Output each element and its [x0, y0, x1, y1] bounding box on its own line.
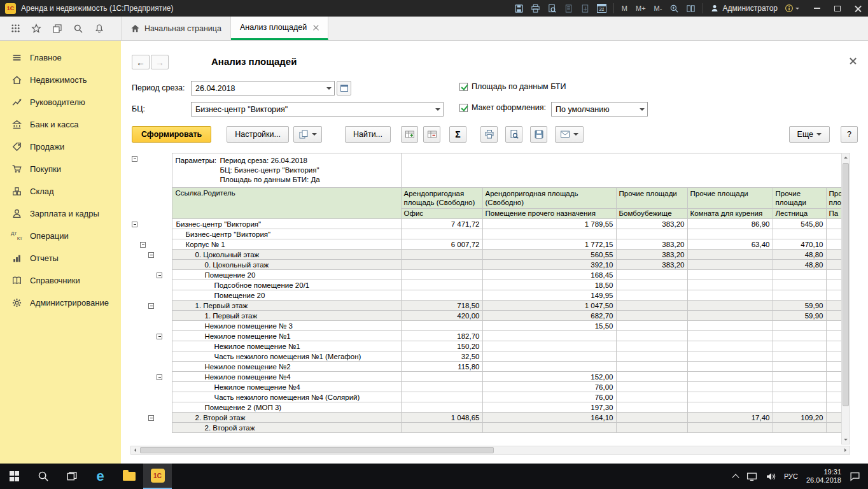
- column-group-header[interactable]: Прочие площади: [687, 188, 773, 209]
- scroll-left-arrow[interactable]: [131, 446, 139, 454]
- report-cell[interactable]: [826, 270, 841, 280]
- report-cell[interactable]: [826, 260, 841, 270]
- report-cell[interactable]: [826, 362, 841, 372]
- report-cell[interactable]: 86,90: [687, 219, 773, 229]
- report-cell[interactable]: [482, 229, 616, 239]
- report-cell[interactable]: [616, 392, 687, 402]
- back-button[interactable]: ←: [132, 55, 150, 69]
- report-cell[interactable]: [616, 321, 687, 331]
- sidebar-item-zarplata-i-kadry[interactable]: Зарплата и кадры: [0, 202, 121, 225]
- report-cell[interactable]: 1 047,50: [482, 301, 616, 311]
- report-row-label[interactable]: 1. Первый этаж: [172, 311, 401, 321]
- report-cell[interactable]: [773, 331, 826, 341]
- tab-home[interactable]: Начальная страница: [121, 17, 231, 40]
- tab-analiz-ploshchadey[interactable]: Анализ площадей: [231, 17, 328, 40]
- report-cell[interactable]: [687, 301, 773, 311]
- sidebar-item-pokupki[interactable]: Покупки: [0, 158, 121, 180]
- report-cell[interactable]: [826, 331, 841, 341]
- report-cell[interactable]: [687, 372, 773, 382]
- report-cell[interactable]: 59,90: [773, 301, 826, 311]
- report-cell[interactable]: 15,50: [482, 321, 616, 331]
- report-row-label[interactable]: Помещение 2 (МОП 3): [172, 402, 401, 413]
- report-cell[interactable]: [687, 331, 773, 341]
- report-row-label[interactable]: 2. Второй этаж: [172, 413, 401, 423]
- report-cell[interactable]: [401, 382, 482, 392]
- report-cell[interactable]: [401, 372, 482, 382]
- report-cell[interactable]: [687, 229, 773, 239]
- report-variants-button[interactable]: [293, 126, 322, 143]
- scroll-up-arrow[interactable]: [842, 153, 850, 162]
- report-row-label[interactable]: Помещение 20: [172, 290, 401, 301]
- report-cell[interactable]: 392,10: [482, 260, 616, 270]
- report-cell[interactable]: [401, 280, 482, 290]
- report-cell[interactable]: [773, 392, 826, 402]
- find-button[interactable]: Найти...: [345, 126, 391, 143]
- network-icon[interactable]: [746, 472, 757, 481]
- report-cell[interactable]: [826, 229, 841, 239]
- 1c-app-taskbar-button[interactable]: 1С: [143, 464, 172, 489]
- report-cell[interactable]: [616, 331, 687, 341]
- start-button[interactable]: [0, 464, 29, 489]
- edge-browser-button[interactable]: e: [86, 464, 115, 489]
- column-group-header[interactable]: Арендопригодная площадь (Свободно): [401, 188, 482, 209]
- report-cell[interactable]: 383,20: [616, 250, 687, 260]
- report-cell[interactable]: 48,80: [773, 260, 826, 270]
- calendar-icon[interactable]: 31: [597, 4, 606, 13]
- report-cell[interactable]: [687, 321, 773, 331]
- report-cell[interactable]: [826, 392, 841, 402]
- paste-document-icon[interactable]: [580, 4, 590, 13]
- report-cell[interactable]: 383,20: [616, 260, 687, 270]
- save-icon[interactable]: [514, 4, 524, 13]
- checkbox-checked-icon[interactable]: [459, 104, 468, 112]
- report-cell[interactable]: [773, 229, 826, 239]
- file-explorer-button[interactable]: [115, 464, 143, 489]
- report-cell[interactable]: 197,30: [482, 402, 616, 413]
- report-row-label[interactable]: Часть нежилого помещения №4 (Солярий): [172, 392, 401, 402]
- volume-icon[interactable]: [766, 472, 776, 481]
- report-cell[interactable]: 149,95: [482, 290, 616, 301]
- report-cell[interactable]: [616, 311, 687, 321]
- report-cell[interactable]: 182,70: [401, 331, 482, 341]
- report-cell[interactable]: [401, 260, 482, 270]
- report-cell[interactable]: [826, 372, 841, 382]
- expand-groups-button[interactable]: [401, 126, 418, 143]
- favorites-star-icon[interactable]: [31, 24, 41, 34]
- report-row-label[interactable]: Бизнес-центр "Виктория": [172, 219, 401, 229]
- report-cell[interactable]: [616, 229, 687, 239]
- report-cell[interactable]: [773, 351, 826, 362]
- report-cell[interactable]: [826, 423, 841, 433]
- report-row-label[interactable]: 0. Цокольный этаж: [172, 250, 401, 260]
- sidebar-item-nedvizhimost[interactable]: Недвижимость: [0, 69, 121, 91]
- generate-button[interactable]: Сформировать: [132, 126, 211, 143]
- close-button[interactable]: [848, 0, 868, 17]
- column-header[interactable]: Па: [826, 209, 841, 219]
- language-indicator[interactable]: РУС: [784, 472, 798, 480]
- sum-button[interactable]: Σ: [449, 126, 466, 143]
- info-menu-button[interactable]: [785, 4, 799, 13]
- report-cell[interactable]: [482, 351, 616, 362]
- report-cell[interactable]: [401, 321, 482, 331]
- sidebar-item-operatsii[interactable]: ДтКт Операции: [0, 225, 121, 247]
- report-cell[interactable]: [826, 351, 841, 362]
- report-cell[interactable]: 32,50: [401, 351, 482, 362]
- sidebar-item-administrirovanie[interactable]: Администрирование: [0, 292, 121, 314]
- taskbar-search-button[interactable]: [29, 464, 57, 489]
- notifications-bell-icon[interactable]: [94, 24, 104, 34]
- report-cell[interactable]: [687, 280, 773, 290]
- sidebar-item-rukovoditelyu[interactable]: Руководителю: [0, 91, 121, 113]
- report-cell[interactable]: 76,00: [482, 392, 616, 402]
- collapse-group-icon[interactable]: [132, 222, 137, 227]
- report-cell[interactable]: [773, 321, 826, 331]
- column-header-link[interactable]: Ссылка.Родитель: [172, 188, 401, 219]
- report-cell[interactable]: [773, 362, 826, 372]
- report-cell[interactable]: 560,55: [482, 250, 616, 260]
- report-cell[interactable]: [687, 311, 773, 321]
- report-row-label[interactable]: 2. Второй этаж: [172, 423, 401, 433]
- report-cell[interactable]: [482, 331, 616, 341]
- period-dropdown-button[interactable]: [324, 82, 334, 95]
- calc-m-plus-button[interactable]: M+: [635, 4, 647, 12]
- collapse-group-icon[interactable]: [157, 334, 162, 339]
- print-icon[interactable]: [531, 4, 540, 13]
- report-cell[interactable]: [687, 270, 773, 280]
- report-cell[interactable]: [773, 341, 826, 351]
